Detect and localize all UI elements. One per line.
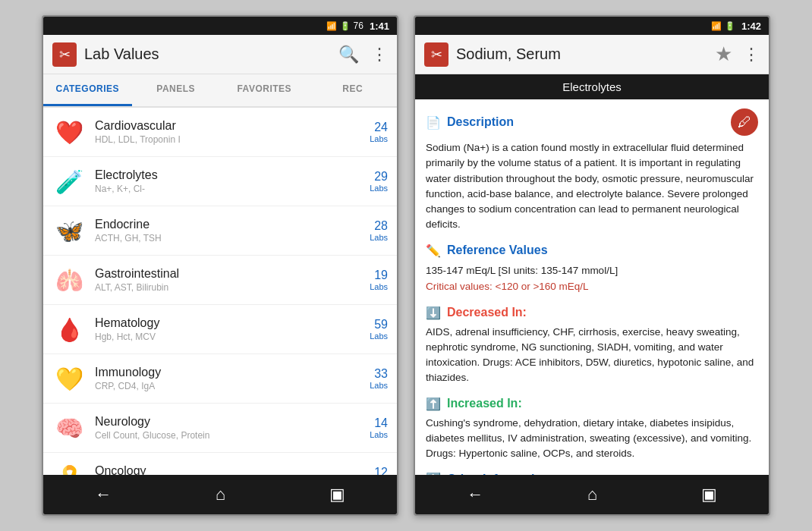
note-icon: 🖊	[731, 108, 758, 136]
search-icon[interactable]: 🔍	[338, 45, 359, 64]
category-sub: Na+, K+, Cl-	[95, 184, 370, 194]
category-item[interactable]: 🦋EndocrineACTH, GH, TSH28Labs	[43, 206, 397, 256]
status-bar-right: 📶 🔋 1:42	[415, 17, 769, 35]
wifi-icon-right: 📶	[711, 21, 722, 31]
reference-range: 135-147 mEq/L [SI units: 135-147 mmol/L]	[426, 262, 758, 279]
category-sub: Hgb, Hct, MCV	[95, 331, 370, 342]
battery-icon-right: 🔋	[725, 21, 735, 31]
description-header-row: 📄 Description 🖊	[426, 108, 758, 136]
reference-header-row: ✏️ Reference Values	[426, 244, 758, 258]
category-emoji: 🧪	[52, 165, 86, 198]
battery-num: 76	[354, 20, 364, 31]
reference-section: ✏️ Reference Values 135-147 mEq/L [SI un…	[426, 244, 758, 295]
category-count: 29Labs	[370, 170, 388, 193]
count-number: 29	[370, 170, 388, 184]
category-count: 28Labs	[370, 219, 388, 242]
category-count: 12Labs	[370, 466, 388, 475]
detail-content: 📄 Description 🖊 Sodium (Na+) is a cation…	[415, 99, 769, 475]
back-button-right[interactable]: ←	[452, 479, 499, 511]
more-icon-right[interactable]: ⋮	[743, 45, 760, 64]
category-sub: CRP, CD4, IgA	[95, 381, 370, 391]
count-label: Labs	[370, 233, 388, 242]
app-icon-right: ✂	[424, 42, 448, 67]
category-item[interactable]: 💛ImmunologyCRP, CD4, IgA33Labs	[43, 354, 397, 404]
category-item[interactable]: 🧠NeurologyCell Count, Glucose, Protein14…	[43, 404, 397, 453]
battery-icon: 🔋	[340, 21, 351, 31]
critical-values: Critical values: <120 or >160 mEq/L	[426, 278, 758, 295]
increased-header-row: ⬆️ Increased In:	[426, 397, 758, 411]
category-sub: HDL, LDL, Troponin I	[95, 134, 370, 145]
back-button-left[interactable]: ←	[80, 479, 127, 511]
category-count: 59Labs	[370, 318, 388, 341]
description-title: Description	[447, 115, 514, 129]
right-phone: 📶 🔋 1:42 ✂ Sodium, Serum ★ ⋮ Electrolyte…	[414, 15, 770, 516]
tab-favorites[interactable]: FAVORITES	[220, 74, 309, 106]
status-icons-right: 📶 🔋	[711, 21, 735, 31]
app-icon-symbol: ✂	[59, 46, 71, 63]
count-label: Labs	[370, 134, 388, 143]
increased-section: ⬆️ Increased In: Cushing's syndrome, deh…	[426, 397, 758, 462]
home-button-right[interactable]: ⌂	[572, 479, 612, 511]
favorite-icon[interactable]: ★	[715, 42, 732, 66]
category-emoji: 🎗️	[52, 460, 86, 475]
category-info: HematologyHgb, Hct, MCV	[95, 316, 370, 342]
count-number: 14	[370, 416, 388, 430]
category-name: Immunology	[95, 366, 370, 379]
status-icons-left: 📶 🔋 76	[326, 20, 364, 31]
home-button-left[interactable]: ⌂	[200, 479, 241, 511]
category-info: CardiovascularHDL, LDL, Troponin I	[95, 119, 370, 145]
count-label: Labs	[370, 430, 388, 439]
count-number: 24	[370, 121, 388, 134]
recents-button-left[interactable]: ▣	[314, 479, 360, 511]
category-info: ElectrolytesNa+, K+, Cl-	[95, 168, 370, 194]
section-bar: Electrolytes	[415, 74, 769, 99]
status-bar-left: 📶 🔋 76 1:41	[43, 17, 397, 35]
reference-icon: ✏️	[426, 244, 441, 258]
category-item[interactable]: ❤️CardiovascularHDL, LDL, Troponin I24La…	[43, 108, 397, 157]
app-icon-symbol-right: ✂	[431, 46, 442, 63]
category-info: GastrointestinalALT, AST, Bilirubin	[95, 267, 370, 293]
category-count: 33Labs	[370, 367, 388, 390]
detail-bar-actions: ★ ⋮	[715, 42, 760, 66]
category-item[interactable]: 🩸HematologyHgb, Hct, MCV59Labs	[43, 305, 397, 354]
count-number: 19	[370, 269, 388, 282]
description-icon: 📄	[426, 115, 441, 130]
tab-categories[interactable]: CATEGORIES	[43, 74, 132, 106]
tab-panels[interactable]: PANELS	[132, 74, 221, 106]
nav-bar-left: ← ⌂ ▣	[43, 475, 397, 514]
category-name: Hematology	[95, 316, 370, 330]
count-label: Labs	[370, 282, 388, 291]
category-sub: Cell Count, Glucose, Protein	[95, 430, 370, 441]
recents-button-right[interactable]: ▣	[686, 479, 732, 511]
tab-rec[interactable]: REC	[309, 74, 398, 106]
reference-title: Reference Values	[447, 244, 548, 257]
category-name: Oncology	[95, 464, 370, 475]
increased-text: Cushing's syndrome, dehydration, dietary…	[426, 416, 758, 462]
category-info: NeurologyCell Count, Glucose, Protein	[95, 415, 370, 441]
decreased-icon: ⬇️	[426, 306, 441, 320]
category-emoji: 🧠	[52, 411, 86, 445]
category-emoji: 🫁	[52, 263, 86, 297]
tabs: CATEGORIES PANELS FAVORITES REC	[43, 74, 397, 108]
category-name: Neurology	[95, 415, 370, 429]
category-item[interactable]: 🫁GastrointestinalALT, AST, Bilirubin19La…	[43, 256, 397, 305]
category-emoji: 🩸	[52, 313, 86, 346]
wifi-icon: 📶	[326, 21, 337, 31]
category-item[interactable]: 🎗️OncologyAFP, BHCG, PSA12Labs	[43, 453, 397, 475]
status-time-right: 1:42	[741, 20, 761, 32]
category-emoji: 💛	[52, 362, 86, 395]
category-count: 19Labs	[370, 269, 388, 291]
count-label: Labs	[370, 331, 388, 341]
category-count: 14Labs	[370, 416, 388, 439]
increased-title: Increased In:	[447, 397, 522, 410]
app-bar-left: ✂ Lab Values 🔍 ⋮	[43, 35, 397, 74]
description-section: 📄 Description 🖊 Sodium (Na+) is a cation…	[426, 108, 758, 233]
count-label: Labs	[370, 184, 388, 193]
count-label: Labs	[370, 381, 388, 390]
category-info: EndocrineACTH, GH, TSH	[95, 218, 370, 244]
category-emoji: 🦋	[52, 214, 86, 247]
more-icon[interactable]: ⋮	[371, 45, 388, 64]
category-item[interactable]: 🧪ElectrolytesNa+, K+, Cl-29Labs	[43, 157, 397, 206]
app-bar-actions-left: 🔍 ⋮	[338, 45, 388, 64]
count-number: 12	[370, 466, 388, 475]
